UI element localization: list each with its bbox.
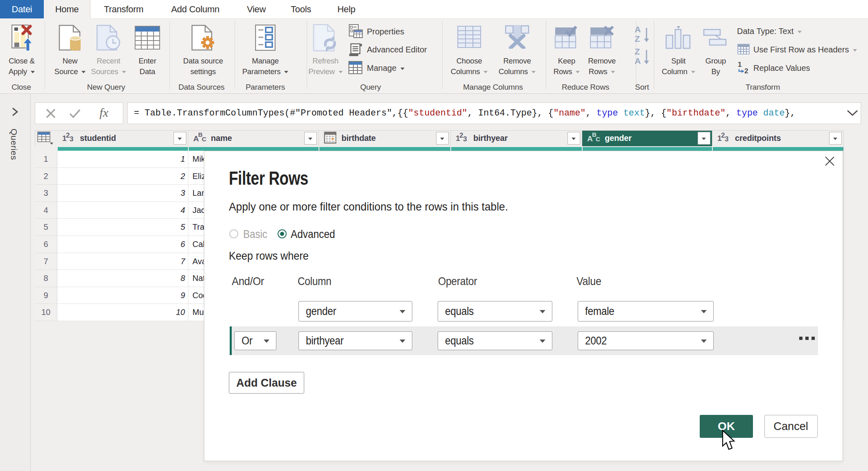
svg-text:Z: Z — [635, 34, 640, 43]
svg-text:A: A — [635, 25, 641, 34]
svg-text:1: 1 — [738, 61, 741, 68]
svg-text:2: 2 — [744, 67, 748, 74]
svg-text:Z: Z — [635, 47, 640, 56]
